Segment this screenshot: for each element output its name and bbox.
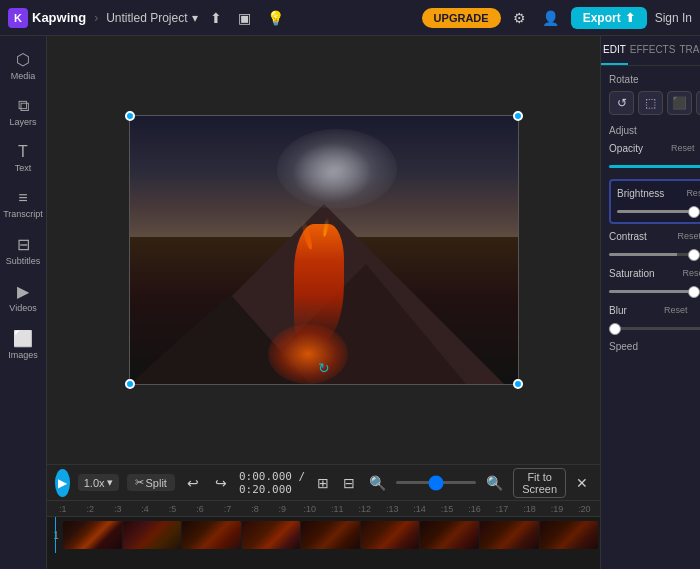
rotate-ccw-button[interactable]: ↺	[609, 91, 634, 115]
handle-bottom-right[interactable]	[513, 379, 523, 389]
sidebar-item-label: Text	[15, 163, 32, 173]
clip-thumbnail[interactable]	[242, 521, 301, 549]
center-rotate-icon[interactable]: ↻	[318, 360, 330, 376]
saturation-slider[interactable]	[609, 290, 700, 293]
signin-button[interactable]: Sign In	[655, 11, 692, 25]
sidebar-item-layers[interactable]: ⧉ Layers	[0, 91, 46, 133]
zoom-out-icon[interactable]: 🔍	[365, 471, 390, 495]
rotate-buttons: ↺ ⬚ ⬛ — ○ +	[609, 91, 700, 115]
ruler-mark: :20	[571, 504, 598, 514]
contrast-slider[interactable]	[609, 253, 700, 256]
handle-top-right[interactable]	[513, 111, 523, 121]
brightness-slider[interactable]	[617, 210, 700, 213]
handle-bottom-left[interactable]	[125, 379, 135, 389]
kapwing-icon: K	[8, 8, 28, 28]
upgrade-button[interactable]: UPGRADE	[422, 8, 501, 28]
ruler-mark: :4	[131, 504, 158, 514]
fit-to-screen-button[interactable]: Fit to Screen	[513, 468, 566, 498]
share-icon[interactable]: ⬆	[206, 6, 226, 30]
opacity-slider[interactable]	[609, 165, 700, 168]
subtitles-icon: ⊟	[17, 235, 30, 254]
sidebar-item-videos[interactable]: ▶ Videos	[0, 276, 46, 319]
layers-icon: ⧉	[18, 97, 29, 115]
ruler-mark: :3	[104, 504, 131, 514]
clip-thumbnail[interactable]	[301, 521, 360, 549]
close-timeline-icon[interactable]: ✕	[572, 471, 592, 495]
clip-thumbnail[interactable]	[420, 521, 479, 549]
opacity-label: Opacity	[609, 143, 643, 154]
ruler-mark: :14	[406, 504, 433, 514]
contrast-slider-row: Contrast Reset 0	[609, 230, 700, 259]
remove-button[interactable]: —	[696, 91, 700, 115]
sidebar-item-transcript[interactable]: ≡ Transcript	[0, 183, 46, 225]
zoom-slider[interactable]	[396, 481, 476, 484]
screen-icon[interactable]: ▣	[234, 6, 255, 30]
blur-reset-button[interactable]: Reset	[664, 305, 688, 315]
flip-h-button[interactable]: ⬚	[638, 91, 663, 115]
timeline-snap-icon[interactable]: ⊟	[339, 471, 359, 495]
ruler-mark: :9	[269, 504, 296, 514]
sidebar-item-label: Subtitles	[6, 256, 41, 266]
blur-slider[interactable]	[609, 327, 700, 330]
topbar-actions: UPGRADE ⚙ 👤 Export ⬆ Sign In	[422, 6, 692, 30]
brightness-reset-button[interactable]: Reset	[686, 188, 700, 198]
settings-icon[interactable]: ⚙	[509, 6, 530, 30]
sidebar-item-media[interactable]: ⬡ Media	[0, 44, 46, 87]
clip-thumbnail[interactable]	[182, 521, 241, 549]
clip-thumbnail[interactable]	[361, 521, 420, 549]
app-name: Kapwing	[32, 10, 86, 25]
right-panel-content: Rotate ↺ ⬚ ⬛ — ○ + Adjust Opacity Reset …	[601, 66, 700, 569]
speed-section: Speed	[609, 341, 700, 352]
redo-button[interactable]: ↪	[211, 471, 231, 495]
clip-thumbnail[interactable]	[480, 521, 539, 549]
tab-effects[interactable]: EFFECTS	[628, 36, 678, 65]
ruler-mark: :6	[186, 504, 213, 514]
opacity-reset-button[interactable]: Reset	[671, 143, 695, 153]
project-name[interactable]: Untitled Project ▾	[106, 11, 197, 25]
timeline-track-area: :1 :2 :3 :4 :5 :6 :7 :8 :9 :10 :11 :12 :…	[47, 501, 600, 569]
clip-thumbnail[interactable]	[63, 521, 122, 549]
ruler-mark: :7	[214, 504, 241, 514]
ruler-mark: :12	[351, 504, 378, 514]
saturation-label: Saturation	[609, 268, 655, 279]
bulb-icon[interactable]: 💡	[263, 6, 288, 30]
video-background	[130, 116, 518, 384]
ruler-mark: :10	[296, 504, 323, 514]
flip-v-button[interactable]: ⬛	[667, 91, 692, 115]
speed-selector[interactable]: 1.0x ▾	[78, 474, 119, 491]
speed-label: Speed	[609, 341, 700, 352]
contrast-reset-button[interactable]: Reset	[677, 231, 700, 241]
handle-top-left[interactable]	[125, 111, 135, 121]
brightness-section: Brightness Reset 0	[609, 179, 700, 224]
blur-slider-row: Blur Reset 0	[609, 304, 700, 333]
ruler-mark: :16	[461, 504, 488, 514]
rotate-section-label: Rotate	[609, 74, 700, 85]
tab-transitions[interactable]: TRANSITIONS	[677, 36, 700, 65]
export-button[interactable]: Export ⬆	[571, 7, 647, 29]
sidebar-item-subtitles[interactable]: ⊟ Subtitles	[0, 229, 46, 272]
zoom-in-icon[interactable]: 🔍	[482, 471, 507, 495]
user-add-icon[interactable]: 👤	[538, 6, 563, 30]
text-icon: T	[18, 143, 28, 161]
saturation-slider-row: Saturation Reset 0	[609, 267, 700, 296]
video-frame[interactable]: ↻	[129, 115, 519, 385]
sidebar-item-text[interactable]: T Text	[0, 137, 46, 179]
timeline-area: ▶ 1.0x ▾ ✂ Split ↩ ↪ 0:00.000 / 0:20.000…	[47, 464, 600, 569]
clip-thumbnail[interactable]	[123, 521, 182, 549]
media-icon: ⬡	[16, 50, 30, 69]
split-button[interactable]: ✂ Split	[127, 474, 175, 491]
sidebar-item-label: Media	[11, 71, 36, 81]
contrast-label: Contrast	[609, 231, 647, 242]
track-row-1: 1	[47, 517, 600, 553]
ruler-mark: :8	[241, 504, 268, 514]
tab-edit[interactable]: EDIT	[601, 36, 628, 65]
topbar: K Kapwing › Untitled Project ▾ ⬆ ▣ 💡 UPG…	[0, 0, 700, 36]
play-button[interactable]: ▶	[55, 469, 70, 497]
undo-button[interactable]: ↩	[183, 471, 203, 495]
clip-thumbnail[interactable]	[540, 521, 599, 549]
sidebar-item-label: Transcript	[3, 209, 43, 219]
track-clips[interactable]	[63, 521, 598, 549]
timeline-link-icon[interactable]: ⊞	[313, 471, 333, 495]
sidebar-item-images[interactable]: ⬜ Images	[0, 323, 46, 366]
saturation-reset-button[interactable]: Reset	[683, 268, 700, 278]
